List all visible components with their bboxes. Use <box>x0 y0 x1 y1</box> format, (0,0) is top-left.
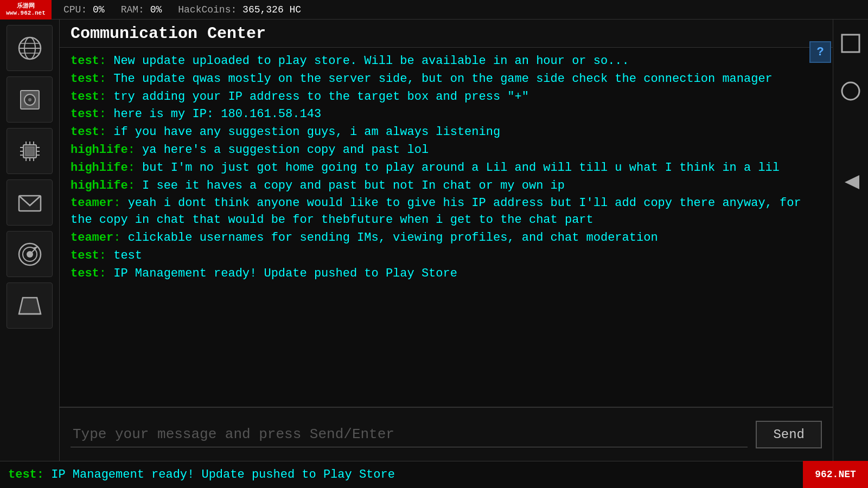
svg-point-7 <box>28 98 31 101</box>
right-sidebar: ? <box>833 20 868 461</box>
logo-badge: 乐游网 www.962.net <box>0 0 52 20</box>
title-bar: Communication Center <box>60 20 833 48</box>
chat-line: teamer: yeah i dont think anyone would l… <box>71 195 822 229</box>
chat-line: test: New update uploaded to play store.… <box>71 53 822 70</box>
chat-username: highlife <box>71 143 128 157</box>
chat-username: test <box>71 267 99 280</box>
sidebar-item-terminal[interactable] <box>7 282 53 329</box>
chat-username: highlife <box>71 161 128 175</box>
svg-rect-9 <box>25 147 34 156</box>
watermark-text: 962.NET <box>815 469 856 480</box>
main-panel: Communication Center test: New update up… <box>60 20 833 461</box>
chat-username: test <box>71 72 99 86</box>
sidebar-item-target[interactable] <box>7 231 53 277</box>
chat-username: teamer <box>71 196 113 210</box>
sidebar-item-mail[interactable] <box>7 179 53 226</box>
chat-line: test: here is my IP: 180.161.58.143 <box>71 106 822 123</box>
send-button[interactable]: Send <box>756 421 822 448</box>
chat-area: test: New update uploaded to play store.… <box>60 48 833 407</box>
message-input[interactable] <box>71 422 748 447</box>
chat-line: test: test <box>71 248 822 265</box>
hackcoins-status: HackCoins: 365,326 HC <box>178 4 301 15</box>
page-title: Communication Center <box>71 24 266 43</box>
logo-text: 乐游网 www.962.net <box>0 3 52 17</box>
ram-status: RAM: 0% <box>121 4 162 15</box>
help-icon[interactable]: ? <box>809 41 831 63</box>
chat-line: highlife: but I'm no just got home going… <box>71 160 822 177</box>
chat-message: The update qwas mostly on the server sid… <box>113 72 773 86</box>
cpu-status: CPU: 0% <box>63 4 105 15</box>
chat-message: here is my IP: 180.161.58.143 <box>113 107 321 121</box>
chat-line: test: try adding your IP address to the … <box>71 89 822 106</box>
chat-line: test: IP Management ready! Update pushed… <box>71 266 822 282</box>
svg-point-30 <box>842 82 859 100</box>
chat-username: test <box>71 107 99 121</box>
right-icon-square[interactable] <box>838 30 864 56</box>
help-label: ? <box>816 46 824 59</box>
right-icon-back[interactable] <box>838 169 864 195</box>
chat-message: if you have any suggestion guys, i am al… <box>113 125 500 139</box>
chat-message: ya here's a suggestion copy and past lol <box>142 143 429 157</box>
svg-marker-27 <box>19 298 41 314</box>
chat-message: New update uploaded to play store. Will … <box>113 54 629 68</box>
chat-line: test: The update qwas mostly on the serv… <box>71 71 822 88</box>
chat-line: highlife: I see it haves a copy and past… <box>71 178 822 195</box>
svg-marker-31 <box>845 175 859 189</box>
bottom-status-text: IP Management ready! Update pushed to Pl… <box>51 468 395 481</box>
chat-message: clickable usernames for sending IMs, vie… <box>128 231 658 245</box>
chat-message: IP Management ready! Update pushed to Pl… <box>113 267 457 280</box>
right-icon-circle[interactable] <box>838 78 864 104</box>
sidebar-item-disc[interactable] <box>7 76 53 123</box>
chat-username: highlife <box>71 179 128 192</box>
svg-rect-29 <box>842 35 859 52</box>
chat-message: but I'm no just got home going to play a… <box>142 161 780 175</box>
watermark-badge: 962.NET <box>803 461 868 488</box>
bottom-status-message: test: IP Management ready! Update pushed… <box>8 468 395 481</box>
sidebar-item-chip[interactable] <box>7 128 53 174</box>
chat-message: try adding your IP address to the target… <box>113 90 529 104</box>
chat-username: test <box>71 54 99 68</box>
bottom-status-username: test: <box>8 468 51 481</box>
chat-line: test: if you have any suggestion guys, i… <box>71 124 822 141</box>
chat-username: test <box>71 90 99 104</box>
svg-line-26 <box>31 249 35 253</box>
chat-message: yeah i dont think anyone would like to g… <box>71 196 801 227</box>
sidebar <box>0 20 60 461</box>
chat-username: test <box>71 249 99 262</box>
chat-line: teamer: clickable usernames for sending … <box>71 230 822 247</box>
chat-line: highlife: ya here's a suggestion copy an… <box>71 142 822 159</box>
chat-username: test <box>71 125 99 139</box>
status-bar: 乐游网 www.962.net CPU: 0% RAM: 0% HackCoin… <box>0 0 868 20</box>
input-area: Send <box>60 407 833 461</box>
chat-message: I see it haves a copy and past but not I… <box>142 179 565 192</box>
chat-username: teamer <box>71 231 113 245</box>
bottom-status-bar: test: IP Management ready! Update pushed… <box>0 461 868 488</box>
sidebar-item-globe[interactable] <box>7 25 53 71</box>
chat-message: test <box>113 249 142 262</box>
